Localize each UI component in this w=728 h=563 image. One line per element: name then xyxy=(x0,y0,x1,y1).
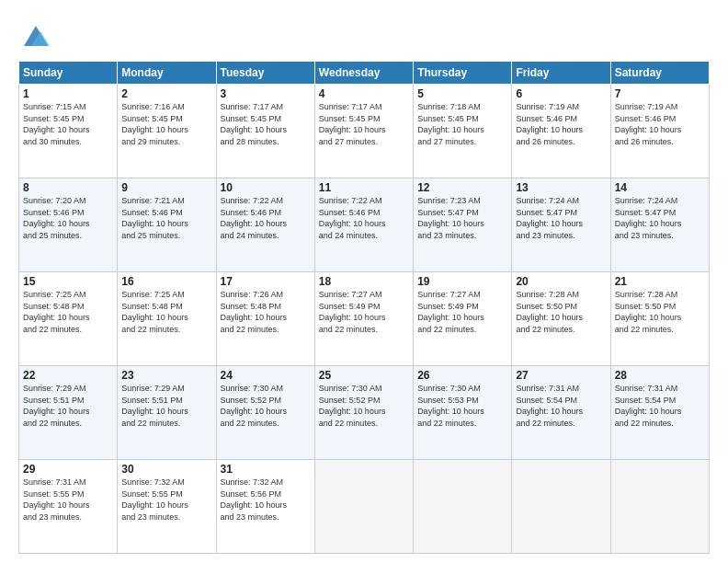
day-number: 6 xyxy=(516,87,606,100)
calendar-table: SundayMondayTuesdayWednesdayThursdayFrid… xyxy=(18,61,710,554)
day-number: 19 xyxy=(417,275,507,288)
calendar-cell: 27Sunrise: 7:31 AM Sunset: 5:54 PM Dayli… xyxy=(512,366,610,460)
calendar-cell: 28Sunrise: 7:31 AM Sunset: 5:54 PM Dayli… xyxy=(610,366,709,460)
calendar-cell: 30Sunrise: 7:32 AM Sunset: 5:55 PM Dayli… xyxy=(118,460,216,554)
calendar-week-2: 8Sunrise: 7:20 AM Sunset: 5:46 PM Daylig… xyxy=(19,178,710,272)
day-number: 3 xyxy=(221,87,311,100)
calendar-week-3: 15Sunrise: 7:25 AM Sunset: 5:48 PM Dayli… xyxy=(19,272,710,366)
day-info: Sunrise: 7:27 AM Sunset: 5:49 PM Dayligh… xyxy=(319,289,409,335)
day-info: Sunrise: 7:29 AM Sunset: 5:51 PM Dayligh… xyxy=(121,383,211,429)
day-info: Sunrise: 7:32 AM Sunset: 5:56 PM Dayligh… xyxy=(221,477,311,523)
day-number: 26 xyxy=(417,369,507,382)
calendar-cell: 9Sunrise: 7:21 AM Sunset: 5:46 PM Daylig… xyxy=(118,178,216,272)
day-number: 31 xyxy=(221,463,311,476)
day-number: 18 xyxy=(319,275,409,288)
calendar-cell: 15Sunrise: 7:25 AM Sunset: 5:48 PM Dayli… xyxy=(19,272,118,366)
column-header-friday: Friday xyxy=(512,62,610,85)
calendar-cell: 17Sunrise: 7:26 AM Sunset: 5:48 PM Dayli… xyxy=(216,272,314,366)
calendar-week-4: 22Sunrise: 7:29 AM Sunset: 5:51 PM Dayli… xyxy=(19,366,710,460)
day-number: 11 xyxy=(319,181,409,194)
calendar-cell: 13Sunrise: 7:24 AM Sunset: 5:47 PM Dayli… xyxy=(512,178,610,272)
day-number: 13 xyxy=(516,181,606,194)
calendar-cell: 22Sunrise: 7:29 AM Sunset: 5:51 PM Dayli… xyxy=(19,366,118,460)
day-number: 2 xyxy=(121,87,211,100)
day-info: Sunrise: 7:29 AM Sunset: 5:51 PM Dayligh… xyxy=(23,383,113,429)
calendar-cell: 4Sunrise: 7:17 AM Sunset: 5:45 PM Daylig… xyxy=(314,85,413,178)
day-number: 17 xyxy=(221,275,311,288)
day-info: Sunrise: 7:26 AM Sunset: 5:48 PM Dayligh… xyxy=(221,289,311,335)
calendar-cell: 25Sunrise: 7:30 AM Sunset: 5:52 PM Dayli… xyxy=(314,366,413,460)
day-number: 29 xyxy=(23,463,113,476)
day-info: Sunrise: 7:31 AM Sunset: 5:55 PM Dayligh… xyxy=(23,477,113,523)
calendar-cell: 2Sunrise: 7:16 AM Sunset: 5:45 PM Daylig… xyxy=(118,85,216,178)
day-info: Sunrise: 7:17 AM Sunset: 5:45 PM Dayligh… xyxy=(221,101,311,147)
day-number: 8 xyxy=(23,181,113,194)
day-info: Sunrise: 7:21 AM Sunset: 5:46 PM Dayligh… xyxy=(121,195,211,241)
day-number: 24 xyxy=(221,369,311,382)
day-info: Sunrise: 7:28 AM Sunset: 5:50 PM Dayligh… xyxy=(516,289,606,335)
day-info: Sunrise: 7:32 AM Sunset: 5:55 PM Dayligh… xyxy=(121,477,211,523)
day-info: Sunrise: 7:24 AM Sunset: 5:47 PM Dayligh… xyxy=(615,195,705,241)
day-number: 12 xyxy=(417,181,507,194)
calendar-cell: 14Sunrise: 7:24 AM Sunset: 5:47 PM Dayli… xyxy=(610,178,709,272)
calendar-cell: 26Sunrise: 7:30 AM Sunset: 5:53 PM Dayli… xyxy=(414,366,512,460)
calendar-cell: 8Sunrise: 7:20 AM Sunset: 5:46 PM Daylig… xyxy=(19,178,118,272)
calendar-cell: 10Sunrise: 7:22 AM Sunset: 5:46 PM Dayli… xyxy=(216,178,314,272)
day-info: Sunrise: 7:19 AM Sunset: 5:46 PM Dayligh… xyxy=(516,101,606,147)
calendar-cell xyxy=(414,460,512,554)
calendar-cell: 5Sunrise: 7:18 AM Sunset: 5:45 PM Daylig… xyxy=(414,85,512,178)
day-info: Sunrise: 7:25 AM Sunset: 5:48 PM Dayligh… xyxy=(121,289,211,335)
column-header-thursday: Thursday xyxy=(414,62,512,85)
column-header-monday: Monday xyxy=(118,62,216,85)
day-number: 7 xyxy=(615,87,705,100)
day-info: Sunrise: 7:25 AM Sunset: 5:48 PM Dayligh… xyxy=(23,289,113,335)
day-number: 20 xyxy=(516,275,606,288)
calendar-cell xyxy=(314,460,413,554)
day-info: Sunrise: 7:19 AM Sunset: 5:46 PM Dayligh… xyxy=(615,101,705,147)
calendar-week-5: 29Sunrise: 7:31 AM Sunset: 5:55 PM Dayli… xyxy=(19,460,710,554)
calendar-cell: 11Sunrise: 7:22 AM Sunset: 5:46 PM Dayli… xyxy=(314,178,413,272)
column-header-saturday: Saturday xyxy=(610,62,709,85)
day-number: 27 xyxy=(516,369,606,382)
day-number: 15 xyxy=(23,275,113,288)
day-info: Sunrise: 7:24 AM Sunset: 5:47 PM Dayligh… xyxy=(516,195,606,241)
calendar-cell: 7Sunrise: 7:19 AM Sunset: 5:46 PM Daylig… xyxy=(610,85,709,178)
header-row: SundayMondayTuesdayWednesdayThursdayFrid… xyxy=(19,62,710,85)
day-info: Sunrise: 7:16 AM Sunset: 5:45 PM Dayligh… xyxy=(121,101,211,147)
calendar-cell: 12Sunrise: 7:23 AM Sunset: 5:47 PM Dayli… xyxy=(414,178,512,272)
day-info: Sunrise: 7:17 AM Sunset: 5:45 PM Dayligh… xyxy=(319,101,409,147)
day-number: 14 xyxy=(615,181,705,194)
calendar-cell xyxy=(610,460,709,554)
day-info: Sunrise: 7:22 AM Sunset: 5:46 PM Dayligh… xyxy=(319,195,409,241)
calendar-cell: 21Sunrise: 7:28 AM Sunset: 5:50 PM Dayli… xyxy=(610,272,709,366)
day-info: Sunrise: 7:18 AM Sunset: 5:45 PM Dayligh… xyxy=(417,101,507,147)
logo xyxy=(18,18,59,53)
day-info: Sunrise: 7:31 AM Sunset: 5:54 PM Dayligh… xyxy=(516,383,606,429)
day-number: 28 xyxy=(615,369,705,382)
day-info: Sunrise: 7:30 AM Sunset: 5:52 PM Dayligh… xyxy=(319,383,409,429)
calendar-cell: 6Sunrise: 7:19 AM Sunset: 5:46 PM Daylig… xyxy=(512,85,610,178)
day-number: 10 xyxy=(221,181,311,194)
day-info: Sunrise: 7:23 AM Sunset: 5:47 PM Dayligh… xyxy=(417,195,507,241)
calendar-cell: 1Sunrise: 7:15 AM Sunset: 5:45 PM Daylig… xyxy=(19,85,118,178)
day-number: 22 xyxy=(23,369,113,382)
column-header-tuesday: Tuesday xyxy=(216,62,314,85)
page: SundayMondayTuesdayWednesdayThursdayFrid… xyxy=(0,0,728,563)
day-number: 9 xyxy=(121,181,211,194)
calendar-week-1: 1Sunrise: 7:15 AM Sunset: 5:45 PM Daylig… xyxy=(19,85,710,178)
logo-icon xyxy=(18,18,53,53)
day-info: Sunrise: 7:22 AM Sunset: 5:46 PM Dayligh… xyxy=(221,195,311,241)
day-number: 1 xyxy=(23,87,113,100)
day-info: Sunrise: 7:27 AM Sunset: 5:49 PM Dayligh… xyxy=(417,289,507,335)
calendar-cell: 24Sunrise: 7:30 AM Sunset: 5:52 PM Dayli… xyxy=(216,366,314,460)
column-header-sunday: Sunday xyxy=(19,62,118,85)
day-number: 30 xyxy=(121,463,211,476)
calendar-cell xyxy=(512,460,610,554)
calendar-cell: 23Sunrise: 7:29 AM Sunset: 5:51 PM Dayli… xyxy=(118,366,216,460)
day-number: 25 xyxy=(319,369,409,382)
day-info: Sunrise: 7:30 AM Sunset: 5:52 PM Dayligh… xyxy=(221,383,311,429)
day-info: Sunrise: 7:31 AM Sunset: 5:54 PM Dayligh… xyxy=(615,383,705,429)
calendar-cell: 18Sunrise: 7:27 AM Sunset: 5:49 PM Dayli… xyxy=(314,272,413,366)
day-info: Sunrise: 7:30 AM Sunset: 5:53 PM Dayligh… xyxy=(417,383,507,429)
day-number: 5 xyxy=(417,87,507,100)
